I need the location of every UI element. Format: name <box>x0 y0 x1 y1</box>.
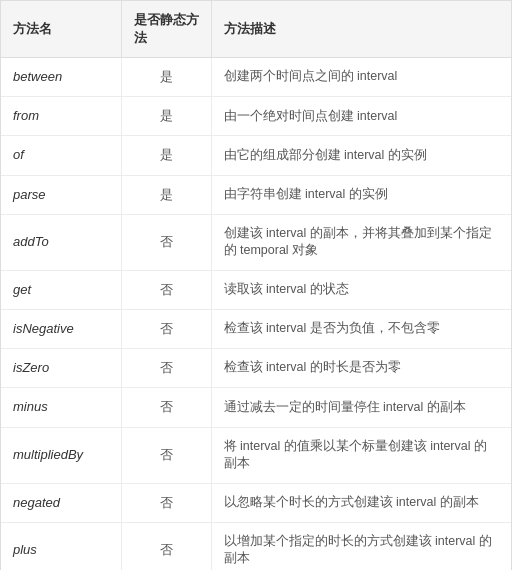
table-row: between是创建两个时间点之间的 interval <box>1 58 511 97</box>
table-row: from是由一个绝对时间点创建 interval <box>1 97 511 136</box>
cell-description: 以增加某个指定的时长的方式创建该 interval 的副本 <box>211 522 511 570</box>
cell-method-name: get <box>1 270 121 309</box>
cell-is-static: 是 <box>121 58 211 97</box>
cell-is-static: 否 <box>121 270 211 309</box>
cell-method-name: plus <box>1 522 121 570</box>
header-is-static: 是否静态方法 <box>121 1 211 58</box>
table-row: of是由它的组成部分创建 interval 的实例 <box>1 136 511 175</box>
cell-description: 以忽略某个时长的方式创建该 interval 的副本 <box>211 483 511 522</box>
cell-description: 由它的组成部分创建 interval 的实例 <box>211 136 511 175</box>
cell-is-static: 是 <box>121 136 211 175</box>
cell-description: 检查该 interval 的时长是否为零 <box>211 349 511 388</box>
cell-description: 将 interval 的值乘以某个标量创建该 interval 的副本 <box>211 427 511 483</box>
cell-method-name: isZero <box>1 349 121 388</box>
cell-description: 创建两个时间点之间的 interval <box>211 58 511 97</box>
cell-description: 检查该 interval 是否为负值，不包含零 <box>211 309 511 348</box>
cell-description: 读取该 interval 的状态 <box>211 270 511 309</box>
header-description: 方法描述 <box>211 1 511 58</box>
cell-is-static: 否 <box>121 427 211 483</box>
cell-is-static: 否 <box>121 522 211 570</box>
cell-method-name: minus <box>1 388 121 427</box>
header-method-name: 方法名 <box>1 1 121 58</box>
table-row: plus否以增加某个指定的时长的方式创建该 interval 的副本 <box>1 522 511 570</box>
cell-description: 创建该 interval 的副本，并将其叠加到某个指定的 temporal 对象 <box>211 214 511 270</box>
table-header-row: 方法名 是否静态方法 方法描述 <box>1 1 511 58</box>
cell-method-name: parse <box>1 175 121 214</box>
table-row: isNegative否检查该 interval 是否为负值，不包含零 <box>1 309 511 348</box>
table-row: addTo否创建该 interval 的副本，并将其叠加到某个指定的 tempo… <box>1 214 511 270</box>
table-container: 方法名 是否静态方法 方法描述 between是创建两个时间点之间的 inter… <box>0 0 512 570</box>
cell-method-name: isNegative <box>1 309 121 348</box>
cell-is-static: 是 <box>121 175 211 214</box>
table-row: negated否以忽略某个时长的方式创建该 interval 的副本 <box>1 483 511 522</box>
cell-is-static: 否 <box>121 349 211 388</box>
methods-table: 方法名 是否静态方法 方法描述 between是创建两个时间点之间的 inter… <box>1 1 511 570</box>
cell-is-static: 否 <box>121 309 211 348</box>
cell-method-name: negated <box>1 483 121 522</box>
cell-description: 由字符串创建 interval 的实例 <box>211 175 511 214</box>
cell-method-name: from <box>1 97 121 136</box>
cell-is-static: 是 <box>121 97 211 136</box>
cell-description: 通过减去一定的时间量停住 interval 的副本 <box>211 388 511 427</box>
table-row: get否读取该 interval 的状态 <box>1 270 511 309</box>
cell-method-name: addTo <box>1 214 121 270</box>
table-row: isZero否检查该 interval 的时长是否为零 <box>1 349 511 388</box>
cell-is-static: 否 <box>121 388 211 427</box>
cell-is-static: 否 <box>121 483 211 522</box>
table-row: parse是由字符串创建 interval 的实例 <box>1 175 511 214</box>
cell-method-name: of <box>1 136 121 175</box>
table-row: multipliedBy否将 interval 的值乘以某个标量创建该 inte… <box>1 427 511 483</box>
cell-is-static: 否 <box>121 214 211 270</box>
cell-method-name: multipliedBy <box>1 427 121 483</box>
table-row: minus否通过减去一定的时间量停住 interval 的副本 <box>1 388 511 427</box>
cell-method-name: between <box>1 58 121 97</box>
cell-description: 由一个绝对时间点创建 interval <box>211 97 511 136</box>
